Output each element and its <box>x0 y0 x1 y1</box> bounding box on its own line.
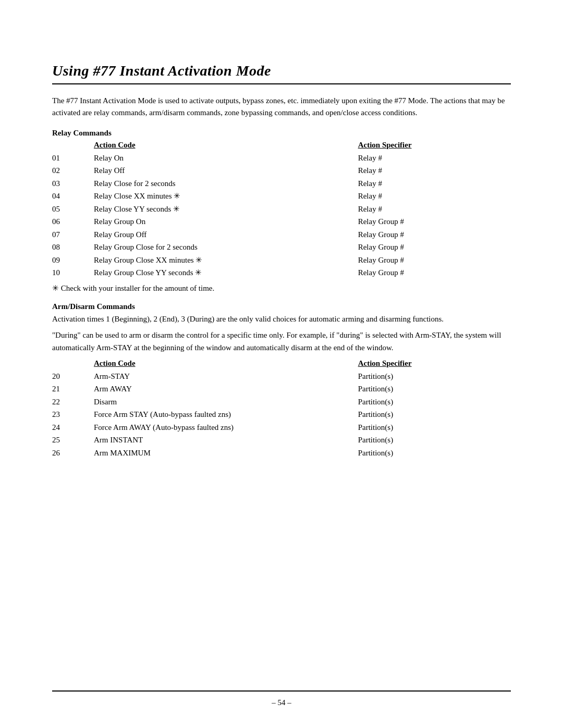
action-specifier-cell: Partition(s) <box>358 396 511 409</box>
action-code-cell: 02 <box>52 164 94 177</box>
arm-action-code-header: Action Code <box>94 358 358 370</box>
action-label-cell: Arm-STAY <box>94 370 358 383</box>
action-label-cell: Arm INSTANT <box>94 434 358 447</box>
action-code-cell: 25 <box>52 434 94 447</box>
table-row: 22 Disarm Partition(s) <box>52 396 511 409</box>
action-code-cell: 24 <box>52 421 94 434</box>
action-code-cell: 23 <box>52 408 94 421</box>
action-label-cell: Force Arm STAY (Auto-bypass faulted zns) <box>94 408 358 421</box>
action-specifier-cell: Partition(s) <box>358 421 511 434</box>
action-label-cell: Arm MAXIMUM <box>94 447 358 460</box>
action-label-cell: Relay Close YY seconds ✳ <box>94 203 358 216</box>
arm-disarm-section: Arm/Disarm Commands Activation times 1 (… <box>52 302 511 459</box>
action-label-cell: Relay Group Close XX minutes ✳ <box>94 254 358 267</box>
arm-action-specifier-header: Action Specifier <box>358 358 511 370</box>
action-specifier-cell: Partition(s) <box>358 370 511 383</box>
action-specifier-cell: Partition(s) <box>358 382 511 396</box>
action-code-cell: 26 <box>52 447 94 460</box>
action-code-cell: 04 <box>52 190 94 203</box>
table-row: 06 Relay Group On Relay Group # <box>52 215 511 228</box>
page-number: – 54 – <box>272 698 291 707</box>
action-specifier-cell: Relay Group # <box>358 241 511 254</box>
action-specifier-cell: Partition(s) <box>358 408 511 421</box>
table-row: 23 Force Arm STAY (Auto-bypass faulted z… <box>52 408 511 421</box>
arm-col1-header <box>52 358 94 370</box>
action-label-cell: Relay Group On <box>94 215 358 228</box>
table-row: 03 Relay Close for 2 seconds Relay # <box>52 177 511 190</box>
action-label-cell: Relay Group Close YY seconds ✳ <box>94 266 358 279</box>
action-label-cell: Disarm <box>94 396 358 409</box>
relay-action-specifier-header: Action Specifier <box>358 140 511 152</box>
action-code-cell: 03 <box>52 177 94 190</box>
page: Using #77 Instant Activation Mode The #7… <box>0 0 563 728</box>
action-specifier-cell: Relay # <box>358 203 511 216</box>
arm-disarm-table: Action Code Action Specifier 20 Arm-STAY… <box>52 358 511 460</box>
bottom-border <box>52 690 511 692</box>
table-row: 21 Arm AWAY Partition(s) <box>52 382 511 396</box>
action-specifier-cell: Partition(s) <box>358 447 511 460</box>
action-code-cell: 08 <box>52 241 94 254</box>
table-row: 08 Relay Group Close for 2 seconds Relay… <box>52 241 511 254</box>
action-specifier-cell: Relay Group # <box>358 215 511 228</box>
action-code-cell: 09 <box>52 254 94 267</box>
action-label-cell: Relay Group Close for 2 seconds <box>94 241 358 254</box>
table-row: 10 Relay Group Close YY seconds ✳ Relay … <box>52 266 511 279</box>
table-row: 04 Relay Close XX minutes ✳ Relay # <box>52 190 511 203</box>
table-row: 05 Relay Close YY seconds ✳ Relay # <box>52 203 511 216</box>
action-label-cell: Relay Off <box>94 164 358 177</box>
action-label-cell: Relay Close XX minutes ✳ <box>94 190 358 203</box>
table-row: 24 Force Arm AWAY (Auto-bypass faulted z… <box>52 421 511 434</box>
relay-action-code-header: Action Code <box>94 140 358 152</box>
action-specifier-cell: Relay # <box>358 190 511 203</box>
table-row: 25 Arm INSTANT Partition(s) <box>52 434 511 447</box>
arm-disarm-para2: "During" can be used to arm or disarm th… <box>52 329 511 354</box>
action-code-cell: 10 <box>52 266 94 279</box>
action-specifier-cell: Relay # <box>358 152 511 165</box>
action-label-cell: Relay Group Off <box>94 228 358 241</box>
action-label-cell: Arm AWAY <box>94 382 358 396</box>
title-divider <box>52 83 511 84</box>
action-specifier-cell: Relay Group # <box>358 266 511 279</box>
action-code-cell: 07 <box>52 228 94 241</box>
page-title: Using #77 Instant Activation Mode <box>52 63 511 79</box>
action-code-cell: 06 <box>52 215 94 228</box>
action-specifier-cell: Relay # <box>358 177 511 190</box>
relay-commands-heading: Relay Commands <box>52 129 511 138</box>
action-code-cell: 20 <box>52 370 94 383</box>
content-area: Using #77 Instant Activation Mode The #7… <box>0 0 563 507</box>
table-row: 07 Relay Group Off Relay Group # <box>52 228 511 241</box>
action-code-cell: 01 <box>52 152 94 165</box>
relay-commands-section: Relay Commands Action Code Action Specif… <box>52 129 511 294</box>
action-code-cell: 05 <box>52 203 94 216</box>
action-specifier-cell: Relay Group # <box>358 228 511 241</box>
relay-note: ✳ Check with your installer for the amou… <box>52 282 511 294</box>
table-row: 20 Arm-STAY Partition(s) <box>52 370 511 383</box>
arm-disarm-heading: Arm/Disarm Commands <box>52 302 511 311</box>
action-specifier-cell: Partition(s) <box>358 434 511 447</box>
table-row: 01 Relay On Relay # <box>52 152 511 165</box>
action-code-cell: 21 <box>52 382 94 396</box>
action-code-cell: 22 <box>52 396 94 409</box>
action-label-cell: Force Arm AWAY (Auto-bypass faulted zns) <box>94 421 358 434</box>
arm-disarm-para1: Activation times 1 (Beginning), 2 (End),… <box>52 313 511 325</box>
intro-paragraph: The #77 Instant Activation Mode is used … <box>52 95 511 119</box>
relay-commands-table: Action Code Action Specifier 01 Relay On… <box>52 140 511 279</box>
action-label-cell: Relay On <box>94 152 358 165</box>
action-specifier-cell: Relay # <box>358 164 511 177</box>
action-specifier-cell: Relay Group # <box>358 254 511 267</box>
table-row: 02 Relay Off Relay # <box>52 164 511 177</box>
table-row: 26 Arm MAXIMUM Partition(s) <box>52 447 511 460</box>
action-label-cell: Relay Close for 2 seconds <box>94 177 358 190</box>
relay-col1-header <box>52 140 94 152</box>
table-row: 09 Relay Group Close XX minutes ✳ Relay … <box>52 254 511 267</box>
